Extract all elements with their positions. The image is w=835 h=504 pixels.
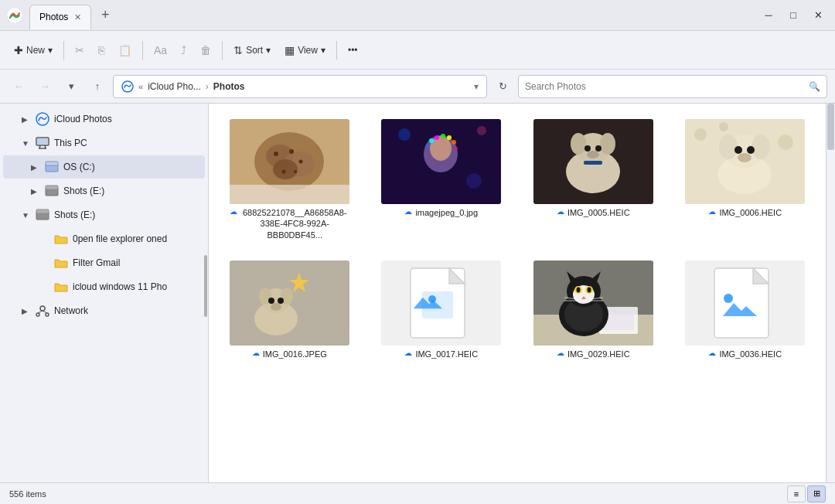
svg-point-58	[719, 135, 738, 159]
svg-point-1	[122, 81, 133, 92]
more-button[interactable]: •••	[342, 36, 364, 64]
file-item-6[interactable]: ☁ IMG_0017.HEIC	[370, 254, 513, 364]
search-input[interactable]	[525, 81, 804, 92]
cloud-sync-icon-8: ☁	[708, 349, 716, 357]
tab-close-button[interactable]: ✕	[74, 12, 81, 22]
svg-point-24	[274, 152, 278, 156]
sort-icon: ⇅	[233, 44, 243, 56]
toolbar-separator-3	[222, 41, 223, 60]
search-icon: 🔍	[809, 81, 820, 92]
maximize-button[interactable]: □	[782, 5, 804, 26]
sidebar-scroll-thumb	[204, 255, 207, 317]
list-view-icon: ≡	[794, 489, 799, 499]
svg-point-36	[447, 135, 452, 140]
svg-point-46	[571, 133, 586, 155]
svg-point-97	[724, 294, 733, 303]
sidebar-item-icloud-win11[interactable]: ▶ icloud windows 11 Pho	[3, 275, 205, 298]
svg-point-49	[595, 145, 602, 152]
file-name-row-1: ☁ 68825221078__A86858A8-338E-4FC8-992A-B…	[230, 207, 349, 240]
file-item-2[interactable]: ☁ imagejpeg_0.jpg	[370, 113, 513, 245]
svg-point-37	[452, 140, 456, 145]
breadcrumb-chevron-icon[interactable]: ▾	[474, 81, 479, 92]
file-name-row-4: ☁ IMG_0006.HEIC	[708, 207, 782, 218]
file-item-1[interactable]: ☁ 68825221078__A86858A8-338E-4FC8-992A-B…	[218, 113, 361, 245]
sidebar-item-icloud-photos[interactable]: ▶ iCloud Photos	[3, 107, 205, 131]
expand-arrow-shots-e-2: ▼	[22, 211, 31, 220]
file-grid: ☁ 68825221078__A86858A8-338E-4FC8-992A-B…	[215, 110, 820, 367]
svg-point-61	[747, 146, 755, 154]
sidebar-item-this-pc[interactable]: ▼ This PC	[3, 131, 205, 155]
svg-point-41	[477, 126, 486, 135]
sidebar-label-shots-e-2: Shots (E:)	[54, 209, 95, 220]
folder-icon-gmail	[54, 257, 68, 269]
svg-point-71	[271, 303, 281, 311]
address-field[interactable]: « iCloud Pho... › Photos ▾	[113, 75, 487, 98]
up-button[interactable]: ↑	[87, 76, 108, 97]
svg-point-15	[36, 313, 39, 316]
grid-view-button[interactable]: ⊞	[807, 485, 826, 502]
sidebar-item-shots-e-1[interactable]: ▶ Shots (E:)	[3, 179, 205, 203]
svg-rect-29	[230, 185, 349, 204]
svg-point-54	[719, 122, 728, 131]
file-image-2	[381, 119, 501, 204]
cloud-sync-icon-6: ☁	[404, 349, 412, 357]
file-item-3[interactable]: ☁ IMG_0005.HEIC	[522, 113, 665, 245]
sidebar-item-shots-e-2[interactable]: ▼ Shots (E:)	[3, 203, 205, 226]
svg-point-35	[441, 134, 445, 138]
svg-point-88	[576, 287, 580, 292]
sidebar: ▶ iCloud Photos ▼ This PC ▶	[0, 104, 209, 482]
svg-rect-13	[36, 209, 49, 213]
sidebar-item-os-c[interactable]: ▶ OS (C:)	[3, 155, 205, 179]
main-scroll-thumb	[827, 104, 834, 150]
main-scrollbar[interactable]	[826, 104, 835, 482]
breadcrumb-icloud[interactable]: iCloud Pho...	[148, 81, 201, 92]
sidebar-item-filter-gmail[interactable]: ▶ Filter Gmail	[3, 251, 205, 274]
new-button[interactable]: ✚ New ▾	[8, 36, 59, 64]
sidebar-item-network[interactable]: ▶ Network	[3, 299, 205, 322]
file-item-5[interactable]: ☁ IMG_0016.JPEG	[218, 254, 361, 364]
view-label: View	[298, 45, 318, 56]
file-image-7	[533, 261, 653, 346]
search-box[interactable]: 🔍	[518, 75, 827, 98]
svg-point-47	[600, 133, 615, 155]
list-view-button[interactable]: ≡	[787, 485, 806, 502]
file-item-7[interactable]: ☁ IMG_0029.HEIC	[522, 254, 665, 364]
file-image-4	[685, 119, 805, 204]
svg-point-53	[694, 128, 707, 141]
sidebar-label-filter-gmail: Filter Gmail	[73, 257, 120, 268]
breadcrumb-photos[interactable]: Photos	[213, 81, 245, 92]
file-name-1: 68825221078__A86858A8-338E-4FC8-992A-BBB…	[240, 207, 349, 240]
svg-point-23	[273, 159, 298, 179]
svg-point-28	[294, 170, 297, 173]
minimize-button[interactable]: ─	[758, 5, 779, 26]
folder-icon-icloud-win	[54, 281, 68, 293]
sidebar-item-folder-open[interactable]: ▶ 0pen file explorer oned	[3, 227, 205, 250]
history-button[interactable]: ▾	[60, 76, 82, 97]
paste-button: 📋	[112, 36, 138, 64]
file-name-row-3: ☁ IMG_0005.HEIC	[557, 207, 630, 218]
sort-button[interactable]: ⇅ Sort ▾	[227, 36, 277, 64]
close-button[interactable]: ✕	[807, 5, 829, 26]
cut-icon: ✂	[75, 44, 84, 56]
svg-point-25	[289, 149, 294, 154]
grid-view-icon: ⊞	[813, 489, 820, 499]
file-item-8[interactable]: ☁ IMG_0036.HEIC	[674, 254, 817, 364]
back-button: ←	[8, 76, 29, 97]
sort-label: Sort	[246, 45, 263, 56]
file-item-4[interactable]: ☁ IMG_0006.HEIC	[674, 113, 817, 245]
file-thumb-4	[685, 119, 805, 204]
view-button[interactable]: ▦ View ▾	[278, 36, 332, 64]
new-tab-button[interactable]: +	[94, 5, 116, 26]
delete-icon: 🗑	[200, 44, 211, 56]
refresh-button[interactable]: ↻	[492, 76, 513, 97]
photos-tab[interactable]: Photos ✕	[29, 5, 91, 29]
sidebar-label-folder-open: 0pen file explorer oned	[73, 233, 167, 244]
svg-point-62	[738, 153, 752, 162]
tab-label: Photos	[39, 12, 68, 22]
sidebar-label-network: Network	[54, 305, 88, 316]
svg-point-60	[734, 146, 742, 154]
file-name-7: IMG_0029.HEIC	[567, 349, 630, 359]
file-name-row-6: ☁ IMG_0017.HEIC	[404, 349, 478, 359]
svg-point-69	[268, 298, 274, 304]
file-name-5: IMG_0016.JPEG	[263, 349, 327, 359]
